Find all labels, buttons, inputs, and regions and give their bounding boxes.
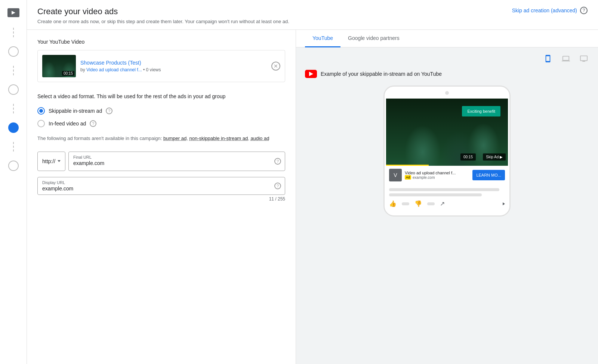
sidebar-dashes-3 <box>13 102 14 115</box>
sidebar-dashes-2 <box>13 64 14 77</box>
skeleton-line-2 <box>389 193 482 196</box>
skip-ad-button[interactable]: Skip Ad ▶ <box>483 153 506 161</box>
ad-badge: Ad <box>405 175 411 180</box>
action-row: 👍 👎 ↗ <box>389 200 505 207</box>
preview-area: Example of your skippable in-stream ad o… <box>296 70 598 225</box>
final-url-field: Final URL ? <box>68 152 285 171</box>
final-url-label: Final URL <box>73 155 271 159</box>
tv-icon[interactable] <box>579 53 589 64</box>
like-count-skeleton <box>402 202 409 205</box>
thumbs-up-icon[interactable]: 👍 <box>389 200 397 207</box>
protocol-label: http:// <box>42 158 55 164</box>
unavailable-prefix: The following ad formats aren't availabl… <box>37 136 162 141</box>
final-url-help-icon[interactable]: ? <box>274 158 281 165</box>
right-panel: YouTube Google video partners <box>296 30 598 364</box>
sidebar-dashes-4 <box>13 140 14 153</box>
radio-skippable[interactable]: Skippable in-stream ad ? <box>37 107 285 115</box>
header-right: Skip ad creation (advanced) ? <box>512 7 588 14</box>
benefit-badge: Exciting benefit <box>462 106 500 116</box>
sidebar <box>0 0 27 364</box>
protocol-select[interactable]: http:// <box>37 152 65 171</box>
url-row: http:// Final URL ? <box>37 152 285 171</box>
chevron-down-icon <box>58 160 61 162</box>
radio-infeed[interactable]: In-feed video ad ? <box>37 120 285 127</box>
radio-skippable-outer[interactable] <box>37 107 45 115</box>
dislike-count-skeleton <box>427 202 435 205</box>
yellow-progress-bar <box>386 165 429 166</box>
channel-name: Video ad upload channel f... <box>405 171 469 175</box>
video-camera-icon <box>7 8 19 17</box>
youtube-icon <box>305 70 317 78</box>
final-url-input[interactable] <box>73 160 271 166</box>
phone-mockup: Exciting benefit Skip Ad ▶ 00:15 V Video… <box>383 85 511 217</box>
channel-avatar: V <box>389 169 402 181</box>
ad-badge-row: Ad example.com <box>405 175 469 180</box>
phone-video: Exciting benefit Skip Ad ▶ 00:15 <box>386 99 508 166</box>
mobile-icon[interactable] <box>543 53 553 64</box>
video-channel-link[interactable]: Video ad upload channel f... <box>86 67 142 72</box>
video-thumbnail: 00:15 <box>42 55 76 77</box>
sidebar-step-3[interactable] <box>8 122 19 133</box>
video-meta: by Video ad upload channel f... • 0 view… <box>80 67 267 72</box>
page-title: Create your video ads <box>37 7 289 16</box>
sidebar-dashes <box>13 26 14 39</box>
preview-description: Example of your skippable in-stream ad o… <box>321 71 442 77</box>
display-url-help-icon[interactable]: ? <box>274 183 281 189</box>
display-url-field: Display URL ? <box>37 177 285 195</box>
video-info: Showcase Products (Test) by Video ad upl… <box>80 60 267 72</box>
tab-google-video[interactable]: Google video partners <box>340 30 407 47</box>
skip-ad-label: Skip Ad ▶ <box>486 155 503 159</box>
video-close-button[interactable]: ✕ <box>271 62 280 71</box>
thumbs-down-icon[interactable]: 👎 <box>414 200 422 207</box>
timer-badge: 00:15 <box>460 153 476 161</box>
tab-google-video-label: Google video partners <box>348 35 400 41</box>
page-header: Create your video ads Create one or more… <box>27 0 598 30</box>
sidebar-step-1[interactable] <box>8 46 19 57</box>
char-count: 11 / 255 <box>37 196 285 202</box>
bumper-ad-link[interactable]: bumper ad <box>163 136 187 141</box>
nonskippable-link[interactable]: non-skippable in-stream ad <box>189 136 248 141</box>
sidebar-video-icon <box>7 7 19 19</box>
left-panel: Your YouTube Video 00:15 Showcase Produc… <box>27 30 296 364</box>
radio-skippable-inner <box>39 109 43 113</box>
video-title[interactable]: Showcase Products (Test) <box>80 60 267 66</box>
main-content: Create your video ads Create one or more… <box>27 0 598 364</box>
radio-skippable-label: Skippable in-stream ad <box>49 108 102 114</box>
skip-link[interactable]: Skip ad creation (advanced) <box>512 7 577 13</box>
radio-infeed-outer[interactable] <box>37 120 45 127</box>
ad-url: example.com <box>413 175 435 180</box>
page-layout: Create your video ads Create one or more… <box>0 0 598 364</box>
display-url-label: Display URL <box>42 180 271 185</box>
video-section-title: Your YouTube Video <box>37 39 285 45</box>
sidebar-step-4[interactable] <box>8 161 19 171</box>
display-url-input[interactable] <box>42 186 271 192</box>
phone-content-below: 👍 👎 ↗ <box>386 184 508 211</box>
share-icon[interactable]: ↗ <box>440 200 445 207</box>
two-column-layout: Your YouTube Video 00:15 Showcase Produc… <box>27 30 598 364</box>
phone-camera <box>445 91 449 95</box>
skeleton-line-1 <box>389 188 499 191</box>
channel-info: Video ad upload channel f... Ad example.… <box>405 171 469 180</box>
unavailable-text: The following ad formats aren't availabl… <box>37 135 285 143</box>
laptop-icon[interactable] <box>561 53 571 64</box>
header-left: Create your video ads Create one or more… <box>37 7 289 24</box>
skippable-info-icon[interactable]: ? <box>106 108 112 114</box>
chevron-right-icon <box>503 202 505 205</box>
format-radio-group: Skippable in-stream ad ? In-feed video a… <box>37 107 285 127</box>
radio-infeed-label: In-feed video ad <box>49 121 86 127</box>
phone-channel-row: V Video ad upload channel f... Ad exampl… <box>386 166 508 184</box>
sidebar-step-2[interactable] <box>8 84 19 95</box>
help-icon[interactable]: ? <box>580 7 588 14</box>
page-subtitle: Create one or more ads now, or skip this… <box>37 19 289 24</box>
video-duration: 00:15 <box>62 71 74 76</box>
tabs-bar: YouTube Google video partners <box>296 30 598 47</box>
learn-more-button[interactable]: LEARN MO... <box>472 170 505 180</box>
tab-youtube-label: YouTube <box>312 35 333 41</box>
device-icons-row <box>296 47 598 70</box>
tab-youtube[interactable]: YouTube <box>305 30 340 47</box>
video-card: 00:15 Showcase Products (Test) by Video … <box>37 50 285 82</box>
preview-label-row: Example of your skippable in-stream ad o… <box>305 70 442 78</box>
infeed-info-icon[interactable]: ? <box>90 120 96 127</box>
format-label: Select a video ad format. This will be u… <box>37 93 285 100</box>
audio-ad-link[interactable]: audio ad <box>251 136 269 141</box>
